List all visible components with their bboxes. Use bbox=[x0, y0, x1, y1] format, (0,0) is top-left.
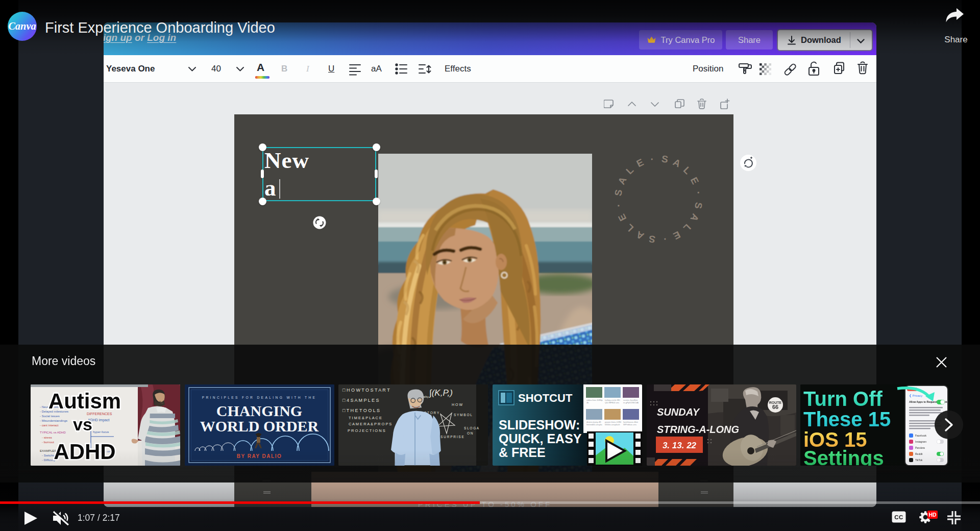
svg-text:vs: vs bbox=[73, 415, 92, 434]
svg-text:A: A bbox=[634, 229, 646, 242]
svg-text:∫(K,P,): ∫(K,P,) bbox=[429, 388, 453, 398]
svg-text:WORLD ORDER: WORLD ORDER bbox=[200, 418, 319, 435]
svg-text:A: A bbox=[616, 175, 629, 186]
svg-text:·: · bbox=[613, 203, 624, 208]
svg-text:- stress: - stress bbox=[42, 436, 52, 439]
svg-text:S Y M B O L: S Y M B O L bbox=[454, 413, 472, 417]
svg-text:A: A bbox=[688, 212, 701, 223]
svg-text:WPinblue-uns: WPinblue-uns bbox=[623, 423, 636, 426]
svg-text:Turn Off: Turn Off bbox=[803, 388, 883, 410]
svg-text:QUICK, EASY: QUICK, EASY bbox=[499, 431, 582, 446]
svg-text:SHOTCUT: SHOTCUT bbox=[518, 392, 573, 404]
svg-text:in-gPpV236CkA: in-gPpV236CkA bbox=[623, 401, 639, 404]
svg-text:S U R P R I S E: S U R P R I S E bbox=[440, 435, 464, 439]
svg-text:E: E bbox=[616, 212, 628, 223]
svg-text:TYPICAL vs ADHD: TYPICAL vs ADHD bbox=[40, 431, 66, 434]
svg-text:E: E bbox=[689, 175, 701, 186]
svg-text:E: E bbox=[634, 157, 645, 169]
svg-text:·: · bbox=[650, 154, 655, 165]
svg-text:□ 4 S A M P L E S: □ 4 S A M P L E S bbox=[342, 398, 379, 403]
svg-text:C A M E R A & P R O P S: C A M E R A & P R O P S bbox=[349, 422, 391, 426]
svg-text:S L O G A: S L O G A bbox=[464, 426, 479, 430]
svg-text:S: S bbox=[612, 189, 624, 197]
svg-text:S: S bbox=[648, 233, 656, 245]
svg-text:❮ Privacy: ❮ Privacy bbox=[909, 394, 922, 398]
svg-text:P R O J E C T I O N S: P R O J E C T I O N S bbox=[348, 428, 385, 433]
svg-text:S: S bbox=[693, 202, 704, 210]
svg-text:- cant interact: - cant interact bbox=[40, 424, 59, 427]
svg-text:6300x-unsplash: 6300x-unsplash bbox=[605, 423, 620, 426]
svg-text:QU-NF804 uns: QU-NF804 uns bbox=[605, 401, 619, 404]
svg-text:- Misunderstandings: - Misunderstandings bbox=[40, 419, 67, 422]
svg-text:Facebook: Facebook bbox=[915, 434, 926, 437]
svg-text:L: L bbox=[681, 222, 693, 234]
svg-text:Instagram: Instagram bbox=[915, 440, 926, 443]
svg-text:O N: O N bbox=[467, 431, 473, 435]
svg-text:·: · bbox=[663, 234, 668, 245]
svg-text:E: E bbox=[672, 229, 682, 242]
svg-text:CHANGING: CHANGING bbox=[216, 402, 302, 419]
svg-text:L: L bbox=[681, 164, 693, 176]
svg-text:SUNDAY: SUNDAY bbox=[657, 406, 700, 418]
svg-text:CC: CC bbox=[894, 514, 903, 520]
svg-text:T I M E & P L A C E: T I M E & P L A C E bbox=[349, 416, 382, 420]
svg-text:- Social issues: - Social issues bbox=[40, 415, 60, 418]
svg-text:Autism: Autism bbox=[48, 389, 121, 413]
svg-text:A: A bbox=[671, 157, 682, 170]
svg-text:video-free-1080p: video-free-1080p bbox=[586, 399, 603, 401]
svg-text:66: 66 bbox=[772, 404, 778, 410]
svg-text:L: L bbox=[624, 222, 635, 233]
svg-text:L: L bbox=[624, 164, 635, 176]
svg-text:□ H O W T O S T A R T: □ H O W T O S T A R T bbox=[342, 388, 390, 393]
svg-text:STRING-A-LONG: STRING-A-LONG bbox=[657, 424, 739, 435]
svg-text:H O W: H O W bbox=[452, 403, 462, 406]
svg-text:SLIDESHOW:: SLIDESHOW: bbox=[499, 418, 580, 432]
svg-text:□ T H E T O O L S: □ T H E T O O L S bbox=[342, 408, 380, 413]
svg-text:- burnout: - burnout bbox=[42, 441, 54, 444]
svg-text:hyper-focus: hyper-focus bbox=[93, 430, 109, 433]
svg-text:S: S bbox=[661, 153, 669, 165]
svg-text:These 15: These 15 bbox=[803, 408, 891, 430]
svg-text:limited40-unspla: limited40-unspla bbox=[586, 423, 602, 426]
svg-text:·: · bbox=[693, 190, 704, 196]
svg-text:PRINCIPLES FOR DEALING WITH TH: PRINCIPLES FOR DEALING WITH THE bbox=[202, 396, 317, 399]
